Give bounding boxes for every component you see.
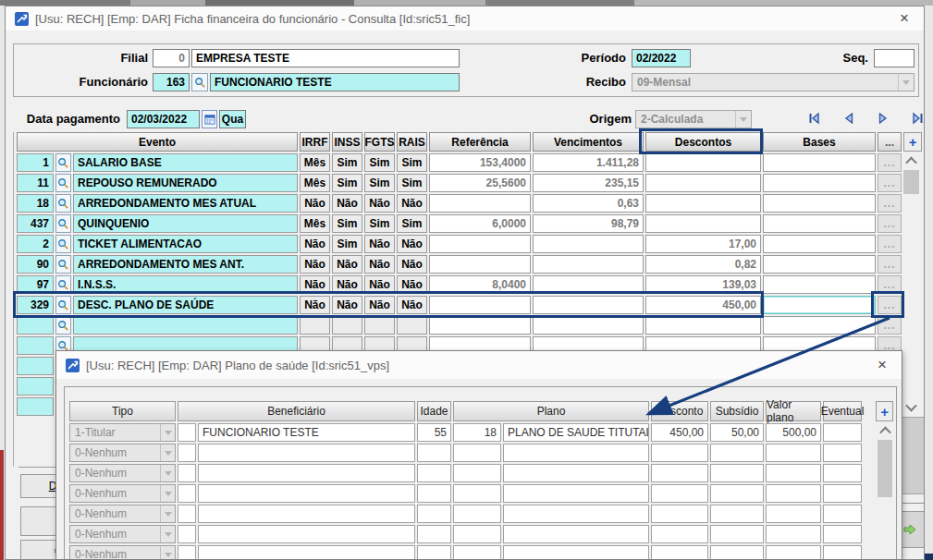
event-code-cell[interactable] [17,357,54,375]
event-name-cell[interactable]: ARREDONDAMENTO MES ANT. [73,255,298,274]
tipo-dropdown[interactable]: 0-Nenhum [69,484,176,503]
bases-cell[interactable] [763,316,876,335]
seq-field[interactable] [874,49,915,67]
vencimentos-cell[interactable] [533,296,644,314]
valor-plano-cell[interactable] [766,505,821,523]
plano-code-cell[interactable] [453,545,501,560]
event-code-cell[interactable]: 18 [17,194,54,213]
bases-cell[interactable] [763,174,876,192]
referencia-cell[interactable]: 153,4000 [429,153,531,172]
nav-first-icon[interactable] [806,111,822,127]
row-more-button[interactable]: ... [878,214,902,233]
recibo-dropdown[interactable]: 09-Mensal [632,73,915,91]
funcionario-name-field[interactable]: FUNCIONARIO TESTE [210,73,460,91]
search-icon[interactable] [55,316,71,335]
desconto-cell[interactable]: 450,00 [651,423,708,442]
search-icon[interactable] [191,73,208,91]
plano-name-cell[interactable] [503,545,649,560]
beneficiario-code-cell[interactable] [178,525,196,543]
scrollbar-thumb[interactable] [903,170,919,194]
referencia-cell[interactable] [429,255,531,274]
idade-cell[interactable] [417,464,451,482]
subsidio-cell[interactable] [710,464,764,482]
eventual-cell[interactable] [823,545,862,560]
event-name-cell[interactable]: ARREDONDAMENTO MES ATUAL [73,194,298,213]
dialog-scroll-up-icon[interactable] [878,423,892,438]
eventual-cell[interactable] [823,484,862,503]
tipo-dropdown[interactable]: 0-Nenhum [69,525,176,543]
bases-cell[interactable] [763,296,876,314]
row-more-button[interactable]: ... [878,153,902,172]
plano-name-cell[interactable]: PLANO DE SAUDE TITUTAL [503,423,649,442]
origem-dropdown[interactable]: 2-Calculada [635,110,752,128]
idade-cell[interactable]: 55 [417,423,451,442]
bases-cell[interactable] [763,235,876,253]
data-pagamento-field[interactable]: 02/03/2022 [127,110,200,128]
filial-code-field[interactable]: 0 [153,49,190,67]
event-code-cell[interactable]: 90 [17,255,54,274]
event-name-cell[interactable] [73,316,298,335]
event-name-cell[interactable]: DESC. PLANO DE SAÚDE [73,296,298,314]
beneficiario-code-cell[interactable] [178,464,196,482]
event-code-cell[interactable] [17,316,54,335]
desconto-cell[interactable] [651,444,708,462]
referencia-cell[interactable]: 8,0400 [429,275,531,294]
row-more-button[interactable]: ... [878,174,902,192]
advance-button[interactable] [899,511,925,548]
desconto-cell[interactable] [651,505,708,523]
row-more-button[interactable]: ... [878,194,902,213]
beneficiario-code-cell[interactable] [178,545,196,560]
valor-plano-cell[interactable] [766,444,821,462]
bases-cell[interactable] [763,214,876,233]
desconto-cell[interactable] [651,464,708,482]
beneficiario-name-cell[interactable] [198,484,415,503]
referencia-cell[interactable] [429,194,531,213]
subsidio-cell[interactable] [710,525,764,543]
search-icon[interactable] [55,275,71,294]
vencimentos-cell[interactable] [533,255,644,274]
valor-plano-cell[interactable] [766,484,821,503]
event-code-cell[interactable]: 11 [17,174,54,192]
idade-cell[interactable] [417,505,451,523]
bases-cell[interactable] [763,194,876,213]
vencimentos-cell[interactable] [533,316,644,335]
row-more-button[interactable]: ... [878,255,902,274]
vencimentos-cell[interactable] [533,235,644,253]
close-icon[interactable]: × [872,354,892,376]
search-icon[interactable] [55,255,71,274]
referencia-cell[interactable] [429,296,531,314]
idade-cell[interactable] [417,525,451,543]
subsidio-cell[interactable] [710,444,764,462]
referencia-cell[interactable] [429,316,531,335]
beneficiario-name-cell[interactable] [198,444,415,462]
beneficiario-code-cell[interactable] [178,484,196,503]
row-more-button[interactable]: ... [878,296,902,314]
row-more-button[interactable]: ... [878,316,902,335]
tipo-dropdown[interactable]: 0-Nenhum [69,505,176,523]
event-code-cell[interactable]: 329 [17,296,54,314]
event-code-cell[interactable] [17,397,54,416]
row-more-button[interactable]: ... [878,275,902,294]
beneficiario-name-cell[interactable]: FUNCIONARIO TESTE [198,423,415,442]
search-icon[interactable] [55,214,71,233]
event-code-cell[interactable] [17,336,54,355]
valor-plano-cell[interactable] [766,464,821,482]
funcionario-code-field[interactable]: 163 [153,73,190,91]
eventual-cell[interactable] [823,525,862,543]
tipo-dropdown[interactable]: 0-Nenhum [69,545,176,560]
beneficiario-name-cell[interactable] [198,505,415,523]
desconto-cell[interactable] [651,484,708,503]
beneficiario-code-cell[interactable] [178,505,196,523]
desconto-cell[interactable] [651,545,708,560]
vencimentos-cell[interactable] [533,275,644,294]
bases-cell[interactable] [763,153,876,172]
descontos-cell[interactable]: 139,03 [645,275,761,294]
idade-cell[interactable] [417,545,451,560]
valor-plano-cell[interactable] [766,545,821,560]
event-code-cell[interactable]: 2 [17,235,54,253]
dialog-scrollbar-thumb[interactable] [878,440,892,497]
tipo-dropdown[interactable]: 0-Nenhum [69,444,176,462]
plano-name-cell[interactable] [503,484,649,503]
beneficiario-name-cell[interactable] [198,464,415,482]
tipo-dropdown[interactable]: 0-Nenhum [69,464,176,482]
